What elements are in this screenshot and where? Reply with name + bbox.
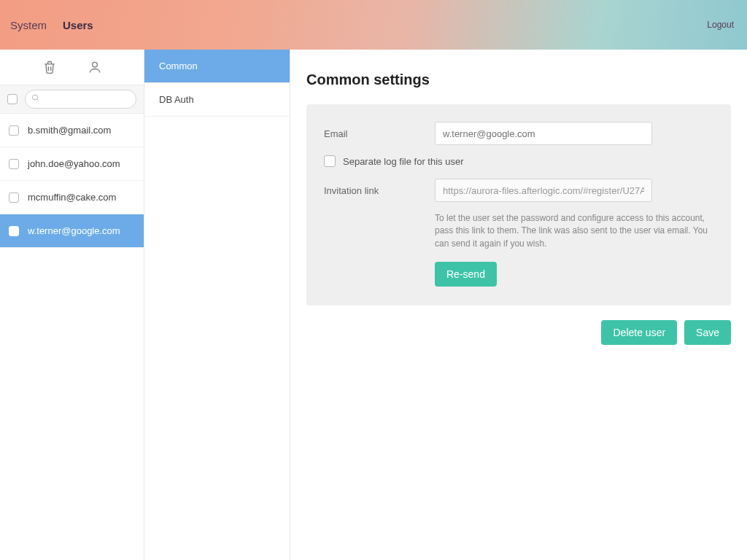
trash-icon[interactable] — [42, 58, 57, 76]
resend-button[interactable]: Re-send — [435, 262, 497, 287]
user-email: w.terner@google.com — [28, 225, 120, 236]
settings-panel: Email Separate log file for this user In… — [306, 104, 731, 306]
search-icon — [31, 94, 40, 105]
delete-user-button[interactable]: Delete user — [601, 320, 677, 345]
user-row[interactable]: john.doe@yahoo.com — [0, 147, 144, 181]
invitation-label: Invitation link — [324, 185, 435, 196]
tab-db-auth[interactable]: DB Auth — [144, 83, 290, 117]
separate-log-checkbox[interactable] — [324, 155, 336, 167]
user-checkbox[interactable] — [9, 125, 19, 136]
user-checkbox[interactable] — [9, 159, 19, 169]
email-input[interactable] — [435, 122, 652, 145]
user-checkbox[interactable] — [9, 192, 19, 203]
select-all-checkbox[interactable] — [7, 94, 18, 104]
save-button[interactable]: Save — [684, 320, 731, 345]
logout-link[interactable]: Logout — [707, 20, 734, 30]
svg-line-4 — [37, 99, 39, 101]
sidebar-actions — [0, 50, 144, 85]
search-row — [0, 85, 144, 114]
svg-point-2 — [92, 62, 97, 67]
separate-log-row: Separate log file for this user — [324, 155, 713, 167]
user-row[interactable]: w.terner@google.com — [0, 214, 144, 248]
tab-common[interactable]: Common — [144, 50, 290, 83]
nav-users[interactable]: Users — [63, 19, 93, 31]
page-title: Common settings — [306, 71, 731, 88]
user-sidebar: b.smith@gmail.com john.doe@yahoo.com mcm… — [0, 50, 144, 560]
top-bar: System Users Logout — [0, 0, 747, 50]
invitation-help: To let the user set the password and con… — [435, 212, 713, 250]
user-checkbox[interactable] — [9, 226, 19, 236]
form-actions: Delete user Save — [306, 320, 731, 345]
search-box — [25, 90, 136, 109]
content-pane: Common settings Email Separate log file … — [290, 50, 747, 560]
settings-tabs: Common DB Auth — [144, 50, 290, 560]
email-row: Email — [324, 122, 713, 145]
search-input[interactable] — [25, 90, 136, 109]
svg-point-3 — [33, 95, 38, 100]
main-area: b.smith@gmail.com john.doe@yahoo.com mcm… — [0, 50, 747, 560]
add-user-icon[interactable] — [88, 58, 102, 76]
nav-system[interactable]: System — [10, 19, 47, 31]
top-nav: System Users — [10, 19, 93, 31]
user-email: john.doe@yahoo.com — [28, 158, 120, 169]
user-email: mcmuffin@cake.com — [28, 192, 116, 203]
separate-log-label: Separate log file for this user — [343, 156, 463, 167]
user-row[interactable]: mcmuffin@cake.com — [0, 181, 144, 214]
user-row[interactable]: b.smith@gmail.com — [0, 114, 144, 147]
invitation-row: Invitation link — [324, 179, 713, 202]
user-email: b.smith@gmail.com — [28, 125, 111, 136]
invitation-input[interactable] — [435, 179, 652, 202]
user-list: b.smith@gmail.com john.doe@yahoo.com mcm… — [0, 114, 144, 560]
email-label: Email — [324, 128, 435, 139]
